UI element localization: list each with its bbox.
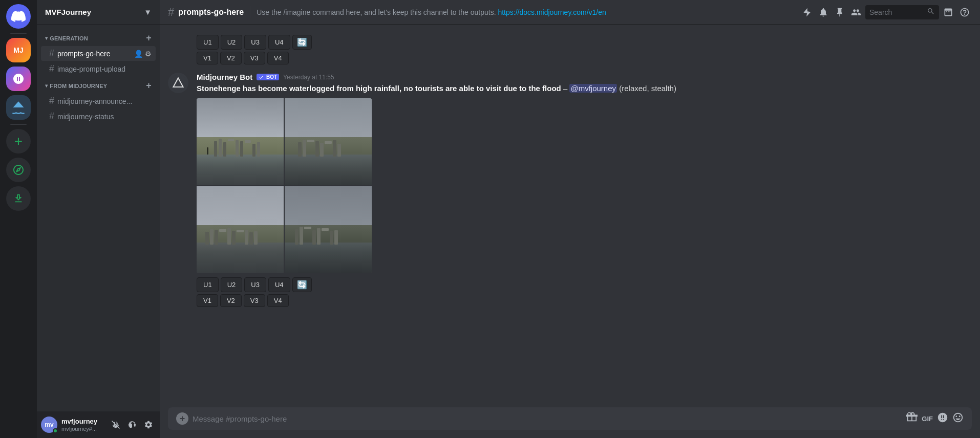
message-mention: @mvfjourney [569,84,617,93]
upscale-btn-u4[interactable]: U4 [268,277,290,292]
gift-btn[interactable] [906,412,918,426]
channel-settings-icon[interactable]: ⚙ [145,50,152,58]
message-content-stonehenge: Midjourney Bot BOT Yesterday at 11:55 St… [197,73,972,307]
header-divider [250,6,250,18]
emoji-btn[interactable] [952,412,964,426]
upscale-btn-u2[interactable]: U2 [221,277,243,292]
gif-btn[interactable]: GIF [922,415,933,423]
search-input[interactable] [869,8,924,16]
input-add-btn[interactable]: + [176,412,188,425]
sticker-btn[interactable] [937,412,948,426]
variation-btn-v4-top[interactable]: V4 [267,52,289,64]
messages-area[interactable]: U1 U2 U3 U4 🔄 V1 V2 V3 V4 [160,25,980,407]
input-actions: GIF [906,412,964,426]
upscale-btn-u3-top[interactable]: U3 [244,35,266,50]
channel-item-prompts-go-here[interactable]: # prompts-go-here 👤 ⚙ [41,46,156,61]
category-generation[interactable]: ▾ GENERATION + [41,31,156,46]
water-tr [285,155,372,185]
server-icon-mvf-label: MJ [13,46,23,54]
deafen-btn[interactable] [125,418,139,432]
variation-btn-v2-top[interactable]: V2 [220,52,242,64]
inbox-header-btn[interactable] [941,5,955,19]
members-header-btn[interactable] [849,5,863,19]
variation-btn-v3-top[interactable]: V3 [244,52,265,64]
pin-header-btn[interactable] [833,5,847,19]
message-group-stonehenge: Midjourney Bot BOT Yesterday at 11:55 St… [160,69,980,311]
server-icon-discord-home[interactable] [6,4,31,29]
upscale-btn-u1[interactable]: U1 [197,277,219,292]
sky-tl [197,98,284,138]
variation-btn-v3[interactable]: V3 [244,294,265,307]
message-input-field[interactable] [193,409,902,429]
server-name: MVFJourney [45,8,91,16]
category-add-btn-mj[interactable]: + [146,80,152,91]
search-icon [927,7,935,17]
sky-br [285,186,372,230]
message-text-bold: Stonehenge has become waterlogged from h… [197,84,561,93]
category-arrow-mj: ▾ [45,83,48,89]
image-cell-tl[interactable] [197,98,284,185]
online-indicator [53,428,58,433]
message-header-stonehenge: Midjourney Bot BOT Yesterday at 11:55 [197,73,972,81]
server-icon-download[interactable] [6,186,31,211]
refresh-icon-top: 🔄 [297,37,307,47]
channel-list: ▾ GENERATION + # prompts-go-here 👤 ⚙ # i… [37,25,160,411]
upscale-btn-u2-top[interactable]: U2 [221,35,243,50]
server-icon-purple[interactable] [6,67,31,91]
server-icon-sailing[interactable] [6,95,31,120]
message-avatar-placeholder [168,33,188,64]
category-from-midjourney[interactable]: ▾ FROM MIDJOURNEY + [41,78,156,93]
settings-btn[interactable] [141,418,156,432]
svg-rect-1 [134,424,136,427]
message-content-top: U1 U2 U3 U4 🔄 V1 V2 V3 V4 [197,33,312,64]
user-area: mv mvfjourney mvfjourney#... [37,411,160,438]
image-cell-bl[interactable] [197,186,284,273]
channel-name-prompts: prompts-go-here [57,50,134,58]
bot-avatar [168,73,188,93]
action-buttons-row2: V1 V2 V3 V4 [197,294,972,307]
message-author: Midjourney Bot [197,73,252,81]
channel-item-mj-status[interactable]: # midjourney-status [41,109,156,124]
boost-header-btn[interactable] [800,5,814,19]
mute-btn[interactable] [109,418,123,432]
search-box[interactable] [865,5,939,19]
channel-header: # prompts-go-here Use the /imagine comma… [160,0,980,25]
refresh-btn-top[interactable]: 🔄 [292,35,312,50]
svg-rect-2 [129,424,130,427]
variation-btn-v4[interactable]: V4 [267,294,289,307]
bot-badge: BOT [257,74,279,80]
server-icon-explore[interactable] [6,158,31,182]
hash-icon: # [49,48,54,59]
bell-header-btn[interactable] [816,5,830,19]
user-avatar: mv [41,417,57,433]
main-content: # prompts-go-here Use the /imagine comma… [160,0,980,438]
stonehenge-image-br [285,186,372,273]
channel-user-icon[interactable]: 👤 [134,50,143,58]
image-cell-br[interactable] [285,186,372,273]
channel-item-mj-announce[interactable]: # midjourney-announce... [41,94,156,108]
channel-name-announce: midjourney-announce... [57,97,152,105]
channel-topic-link[interactable]: https://docs.midjourney.com/v1/en [498,8,606,16]
server-header[interactable]: MVFJourney ▼ [37,0,160,25]
help-header-btn[interactable] [957,5,972,19]
server-icon-add[interactable]: + [6,129,31,154]
stonehenge-image-grid[interactable] [197,98,372,273]
variation-btn-v1[interactable]: V1 [197,294,218,307]
upscale-btn-u3[interactable]: U3 [244,277,266,292]
action-buttons-row1: U1 U2 U3 U4 🔄 [197,277,972,292]
server-icon-mvf[interactable]: MJ [6,38,31,62]
message-input-box: + GIF [168,407,972,430]
stones-tr [298,140,341,157]
variation-btn-v1-top[interactable]: V1 [197,52,218,64]
upscale-btn-u1-top[interactable]: U1 [197,35,219,50]
message-text-params: (relaxed, stealth) [619,84,676,93]
user-controls [109,418,156,432]
category-arrow: ▾ [45,35,48,41]
channel-item-image-prompt-upload[interactable]: # image-prompt-upload [41,61,156,76]
category-add-btn[interactable]: + [146,33,152,43]
upscale-btn-u4-top[interactable]: U4 [268,35,290,50]
image-cell-tr[interactable] [285,98,372,185]
variation-btn-v2[interactable]: V2 [220,294,242,307]
refresh-btn[interactable]: 🔄 [292,277,312,292]
server-list: MJ + [0,0,37,438]
